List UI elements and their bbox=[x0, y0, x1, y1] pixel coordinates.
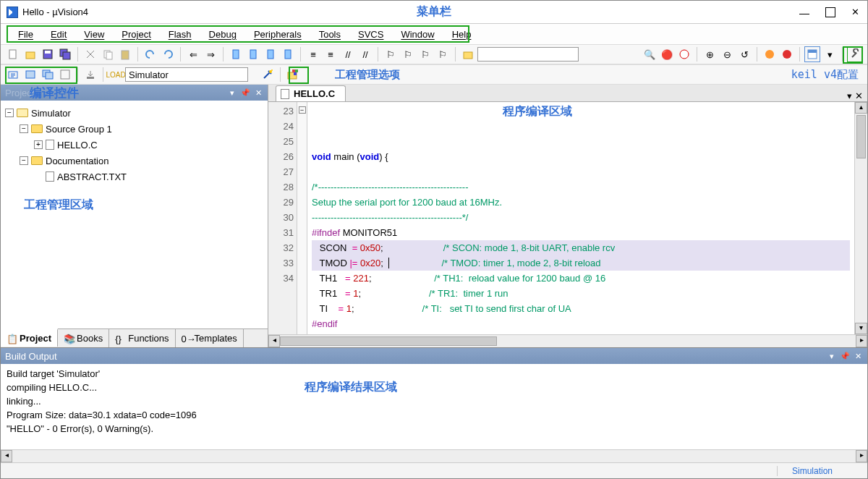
bookmark-icon[interactable] bbox=[228, 46, 244, 62]
manage-project-icon[interactable] bbox=[285, 67, 301, 82]
tree-doc-group[interactable]: − Documentation bbox=[5, 153, 263, 169]
breakpoint-icon[interactable]: 🔴 bbox=[659, 46, 675, 62]
target-combo[interactable]: Simulator bbox=[125, 67, 248, 82]
collapse-icon[interactable]: − bbox=[20, 156, 28, 165]
collapse-icon[interactable]: − bbox=[5, 109, 14, 117]
dropdown-arrow-icon[interactable]: ▾ bbox=[822, 46, 838, 62]
scroll-left-icon[interactable]: ◂ bbox=[1, 450, 12, 462]
scroll-right-icon[interactable]: ▸ bbox=[856, 450, 867, 462]
comment-icon[interactable]: // bbox=[340, 46, 356, 62]
tab-templates[interactable]: 0→Templates bbox=[176, 329, 244, 347]
download-icon[interactable] bbox=[82, 67, 98, 82]
wrench-icon[interactable] bbox=[847, 46, 863, 62]
rebuild-icon[interactable] bbox=[40, 67, 56, 82]
build-horizontal-scrollbar[interactable]: ◂ ▸ bbox=[1, 449, 867, 462]
menu-view[interactable]: View bbox=[75, 26, 113, 43]
find3-icon[interactable]: ⚐ bbox=[417, 46, 433, 62]
redo-icon[interactable] bbox=[160, 46, 176, 62]
menu-help[interactable]: Help bbox=[443, 26, 480, 43]
horizontal-scrollbar[interactable]: ◂ ▸ bbox=[268, 334, 867, 347]
pane-close-icon[interactable]: ✕ bbox=[853, 352, 863, 360]
find4-icon[interactable]: ⚐ bbox=[435, 46, 451, 62]
nav-fwd-icon[interactable]: ⇒ bbox=[203, 46, 218, 62]
scroll-thumb[interactable] bbox=[856, 115, 866, 158]
menu-peripherals[interactable]: Peripherals bbox=[245, 26, 310, 43]
tab-project[interactable]: 📋Project bbox=[1, 328, 58, 347]
scroll-track[interactable] bbox=[280, 335, 856, 347]
debug-icon[interactable]: 🔍 bbox=[642, 46, 658, 62]
menu-project[interactable]: Project bbox=[113, 26, 159, 43]
tree-doc-file[interactable]: ABSTRACT.TXT bbox=[5, 169, 263, 185]
fold-gutter[interactable]: − bbox=[297, 102, 307, 334]
scroll-right-icon[interactable]: ▸ bbox=[856, 335, 867, 347]
batch-build-icon[interactable] bbox=[57, 67, 73, 82]
menu-file[interactable]: File bbox=[9, 26, 42, 43]
save-icon[interactable] bbox=[40, 46, 56, 62]
project-tree[interactable]: − Simulator − Source Group 1 + HELLO.C −… bbox=[1, 101, 268, 328]
zoom-out-icon[interactable]: ⊖ bbox=[719, 46, 735, 62]
debug-run-icon[interactable] bbox=[676, 46, 692, 62]
menu-svcs[interactable]: SVCS bbox=[349, 26, 392, 43]
bookmark3-icon[interactable] bbox=[263, 46, 278, 62]
bookmark4-icon[interactable] bbox=[280, 46, 296, 62]
fold-box-icon[interactable]: − bbox=[299, 106, 306, 114]
outdent-icon[interactable]: ≡ bbox=[323, 46, 339, 62]
scroll-thumb[interactable] bbox=[280, 336, 497, 346]
cut-icon[interactable] bbox=[82, 46, 98, 62]
close-button[interactable] bbox=[851, 7, 861, 17]
bookmark2-icon[interactable] bbox=[245, 46, 261, 62]
pane-pin-icon[interactable]: 📌 bbox=[840, 352, 850, 360]
find-combo[interactable] bbox=[477, 47, 579, 62]
window-icon[interactable] bbox=[804, 46, 820, 62]
menu-flash[interactable]: Flash bbox=[160, 26, 200, 43]
editor-close-icon[interactable]: ✕ bbox=[855, 90, 863, 101]
indent-icon[interactable]: ≡ bbox=[305, 46, 321, 62]
editor-dropdown-icon[interactable]: ▾ bbox=[847, 90, 852, 101]
maximize-button[interactable] bbox=[825, 7, 835, 17]
pane-dropdown-icon[interactable]: ▾ bbox=[227, 88, 237, 97]
tool-orange-icon[interactable] bbox=[762, 46, 778, 62]
vertical-scrollbar[interactable]: ▴ ▾ bbox=[854, 102, 867, 334]
tab-functions[interactable]: {}Functions bbox=[109, 329, 175, 347]
new-file-icon[interactable] bbox=[5, 46, 21, 62]
options-icon[interactable] bbox=[260, 67, 276, 82]
nav-back-icon[interactable]: ⇐ bbox=[185, 46, 201, 62]
expand-icon[interactable]: + bbox=[34, 140, 43, 149]
scroll-left-icon[interactable]: ◂ bbox=[268, 335, 280, 347]
uncomment-icon[interactable]: // bbox=[357, 46, 373, 62]
tab-books[interactable]: 📚Books bbox=[58, 329, 109, 347]
target-icon[interactable]: LOAD bbox=[108, 67, 124, 82]
editor-tab-hello[interactable]: HELLO.C bbox=[276, 85, 346, 101]
pane-close-icon[interactable]: ✕ bbox=[253, 88, 263, 97]
translate-icon[interactable] bbox=[5, 67, 21, 82]
code-area[interactable]: 程序编译区域 void main (void) { /*------------… bbox=[307, 102, 854, 334]
build-output-body[interactable]: 程序编译结果区域 Build target 'Simulator'compili… bbox=[1, 364, 867, 449]
minimize-button[interactable] bbox=[799, 7, 809, 17]
menu-window[interactable]: Window bbox=[392, 26, 443, 43]
menu-tools[interactable]: Tools bbox=[310, 26, 349, 43]
collapse-icon[interactable]: − bbox=[20, 124, 28, 133]
build-icon[interactable] bbox=[22, 67, 38, 82]
tree-root[interactable]: − Simulator bbox=[5, 105, 263, 121]
pane-pin-icon[interactable]: 📌 bbox=[240, 88, 250, 97]
scroll-up-icon[interactable]: ▴ bbox=[855, 102, 867, 114]
editor-body[interactable]: 232425262728293031323334 − 程序编译区域 void m… bbox=[268, 102, 867, 334]
reset-zoom-icon[interactable]: ↺ bbox=[736, 46, 752, 62]
tree-group[interactable]: − Source Group 1 bbox=[5, 121, 263, 137]
find2-icon[interactable]: ⚐ bbox=[400, 46, 416, 62]
copy-icon[interactable] bbox=[100, 46, 116, 62]
find-icon[interactable]: ⚐ bbox=[383, 46, 399, 62]
tree-file-c[interactable]: + HELLO.C bbox=[5, 137, 263, 153]
pane-dropdown-icon[interactable]: ▾ bbox=[827, 352, 837, 360]
save-all-icon[interactable] bbox=[57, 46, 73, 62]
paste-icon[interactable] bbox=[117, 46, 133, 62]
scroll-track[interactable] bbox=[12, 450, 856, 462]
folder-browse-icon[interactable] bbox=[460, 46, 476, 62]
menu-debug[interactable]: Debug bbox=[200, 26, 245, 43]
tool-red-icon[interactable] bbox=[779, 46, 795, 62]
zoom-in-icon[interactable]: ⊕ bbox=[702, 46, 718, 62]
menu-edit[interactable]: Edit bbox=[42, 26, 75, 43]
scroll-down-icon[interactable]: ▾ bbox=[855, 323, 867, 334]
open-file-icon[interactable] bbox=[22, 46, 38, 62]
undo-icon[interactable] bbox=[142, 46, 158, 62]
